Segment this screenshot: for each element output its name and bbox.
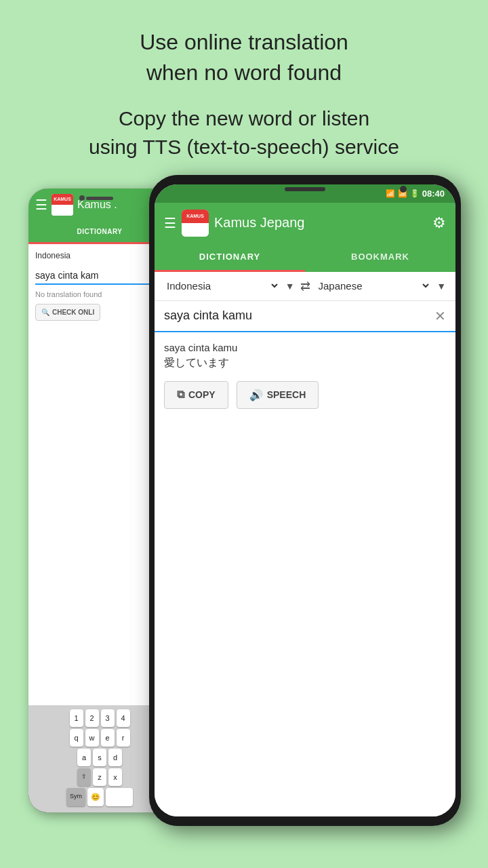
speech-button[interactable]: 🔊 SPEECH <box>237 381 319 409</box>
speaker-back <box>86 197 113 200</box>
kb-row-asd: a s d <box>31 749 168 766</box>
lang-from-back: Indonesia <box>35 251 70 260</box>
kb-sym-key[interactable]: Sym <box>66 788 85 806</box>
speech-label: SPEECH <box>267 389 306 400</box>
camera-back <box>79 195 85 201</box>
copy-icon: ⧉ <box>177 389 184 401</box>
status-time: 08:40 <box>422 189 445 199</box>
tab-bar-front: DICTIONARY BOOKMARK <box>155 243 455 272</box>
phone-front-inner: 📶 📶 🔋 08:40 ☰ KAMUS Kamus Jepang <box>155 184 455 816</box>
hamburger-icon: ☰ <box>35 197 47 213</box>
header-line3: Copy the new word or listen <box>119 107 369 130</box>
app-title-front: Kamus Jepang <box>214 215 304 231</box>
kb-row-shift: ⇧ z x <box>31 768 168 786</box>
header-line1: Use online translation <box>140 30 348 54</box>
search-row: ✕ <box>155 301 455 332</box>
app-bar-left: ☰ KAMUS Kamus Jepang <box>164 210 304 237</box>
app-icon-label: KAMUS <box>186 214 204 218</box>
kb-key-4[interactable]: 4 <box>117 709 130 727</box>
phones-container: ☰ KAMUS Kamus . DICTIONARY Ind <box>0 175 488 799</box>
kb-key-w[interactable]: w <box>85 729 99 747</box>
copy-label: COPY <box>188 389 216 400</box>
status-icons: 📶 📶 🔋 08:40 <box>386 189 445 199</box>
lang-row-back: Indonesia <box>35 251 164 260</box>
translation-result: saya cinta kamu 愛しています ⧉ COPY 🔊 SPEECH <box>155 332 455 418</box>
result-original: saya cinta kamu <box>164 342 446 353</box>
copy-button[interactable]: ⧉ COPY <box>164 381 228 409</box>
kb-key-q[interactable]: q <box>70 729 83 747</box>
kb-key-1[interactable]: 1 <box>70 709 83 727</box>
kb-space-key[interactable] <box>106 788 133 806</box>
header-subtitle: Copy the new word or listen using TTS (t… <box>41 104 447 161</box>
kb-row-sym: Sym 😊 <box>31 788 168 806</box>
no-translation-back: No translation found <box>35 290 164 298</box>
speaker-front <box>285 187 325 191</box>
check-online-label: CHECK ONLI <box>52 309 94 316</box>
camera-front <box>400 186 407 193</box>
app-icon-back: KAMUS <box>52 194 73 216</box>
clear-icon[interactable]: ✕ <box>434 308 446 324</box>
phone-front: 📶 📶 🔋 08:40 ☰ KAMUS Kamus Jepang <box>149 175 461 826</box>
kb-key-2[interactable]: 2 <box>85 709 99 727</box>
kb-key-s[interactable]: s <box>93 749 106 766</box>
search-input-front[interactable] <box>164 309 429 323</box>
app-icon-bottom <box>182 223 209 237</box>
kb-emoji-key[interactable]: 😊 <box>87 788 104 806</box>
kb-key-3[interactable]: 3 <box>101 709 115 727</box>
action-buttons: ⧉ COPY 🔊 SPEECH <box>164 381 446 409</box>
tab-dictionary-front[interactable]: DICTIONARY <box>155 243 305 272</box>
battery-icon: 🔋 <box>410 189 420 198</box>
lang-to-arrow: ▼ <box>436 281 446 292</box>
lang-from-arrow: ▼ <box>285 281 295 292</box>
header-line4: using TTS (text-to-speech) service <box>89 136 399 158</box>
kb-key-e[interactable]: e <box>101 729 115 747</box>
kb-shift-key[interactable]: ⇧ <box>77 768 91 786</box>
wifi-icon: 📶 <box>386 189 395 198</box>
header-title: Use online translation when no word foun… <box>41 27 447 88</box>
hamburger-icon-front[interactable]: ☰ <box>164 215 176 231</box>
result-translated: 愛しています <box>164 356 446 370</box>
check-online-button[interactable]: 🔍 CHECK ONLI <box>35 304 100 321</box>
kb-key-r[interactable]: r <box>117 729 130 747</box>
kb-key-x[interactable]: x <box>108 768 122 786</box>
app-icon-front: KAMUS <box>182 210 209 237</box>
kb-key-a[interactable]: a <box>77 749 91 766</box>
search-icon-back: 🔍 <box>41 309 49 316</box>
lang-from-select[interactable]: Indonesia <box>164 279 280 292</box>
kb-key-z[interactable]: z <box>93 768 106 786</box>
lang-selector-row: Indonesia ▼ ⇄ Japanese ▼ <box>155 272 455 301</box>
search-input-back[interactable] <box>35 267 164 285</box>
swap-icon[interactable]: ⇄ <box>300 279 310 294</box>
header-section: Use online translation when no word foun… <box>0 0 488 175</box>
kb-key-d[interactable]: d <box>108 749 122 766</box>
lang-to-select[interactable]: Japanese <box>316 279 432 292</box>
kb-row-qwer: q w e r <box>31 729 168 747</box>
app-bar-front: ☰ KAMUS Kamus Jepang ⚙ <box>155 203 455 243</box>
header-line2: when no word found <box>146 60 342 85</box>
kb-row-numbers: 1 2 3 4 <box>31 709 168 727</box>
front-content: Indonesia ▼ ⇄ Japanese ▼ ✕ saya cinta ka <box>155 272 455 816</box>
settings-icon[interactable]: ⚙ <box>432 214 446 232</box>
tab-bookmark-front[interactable]: BOOKMARK <box>305 243 455 272</box>
speech-icon: 🔊 <box>249 389 263 401</box>
